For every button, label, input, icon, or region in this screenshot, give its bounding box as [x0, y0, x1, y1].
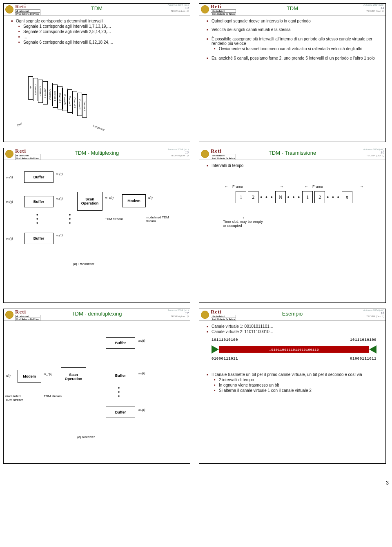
slide-16: Reti di calcolatori Prof. Roberto De Pri…	[199, 148, 386, 303]
bullet-text: 2 intervalli di tempo	[219, 378, 254, 382]
brand-sub2: Prof. Roberto De Prisco	[15, 157, 40, 160]
slide-footer: TEORIA (Lez. 1)	[168, 10, 189, 13]
slide-number: 13	[168, 7, 189, 10]
wire-bits: …0101100111011010100110	[269, 348, 319, 351]
slide-13: Reti di calcolatori Prof. Roberto De Pri…	[3, 3, 190, 142]
slide-meta: Autunno 2004 (ott.) 17 TEORIA (Lez. 1)	[168, 309, 189, 318]
brand-name: Reti	[211, 3, 222, 9]
channel-slot: Channel 5	[33, 78, 38, 101]
bits-tl: 10111010100	[212, 338, 238, 342]
frame-cell: N	[275, 191, 286, 203]
bits-br: 01000111011	[350, 357, 376, 361]
brand-sub2: Prof. Roberto De Prisco	[211, 318, 236, 321]
logo-icon	[5, 150, 13, 158]
box-label: Modem	[127, 199, 140, 203]
dots: • • •	[287, 194, 301, 200]
box-label: Buffer	[33, 175, 45, 179]
caption: (c) Receiver	[77, 435, 95, 439]
sub-bullet: Si alterna il canale virtuale 1 con il c…	[214, 388, 381, 393]
frame-cell: n	[342, 191, 352, 203]
channel-label: etc.	[29, 86, 32, 90]
sub-bullet: Segnale 1 corrisponde agli intervalli 1,…	[18, 24, 186, 29]
slide-15: Reti di calcolatori Prof. Roberto De Pri…	[3, 148, 190, 303]
box-label: Scan Operation	[78, 197, 102, 205]
slide-footer: TEORIA (Lez. 1)	[363, 154, 384, 157]
note-text: Time slot: may be empty or occupied	[223, 220, 263, 228]
slide-17: Reti di calcolatori Prof. Roberto De Pri…	[3, 309, 190, 464]
triangle-right-icon	[369, 345, 376, 354]
frame-cell: 2	[248, 191, 258, 203]
box-label: Buffer	[115, 374, 126, 378]
signal-mn: mₙ(t)	[56, 233, 62, 237]
modulated-stream-label: modulated TDM stream	[5, 394, 27, 402]
signal-mn: mₙ(t)	[138, 408, 145, 412]
signal-mc: m_c(t)	[44, 372, 52, 376]
bullet: Intervalli di tempo	[207, 163, 381, 168]
brand: Reti di calcolatori Prof. Roberto De Pri…	[15, 3, 40, 16]
rx-diagram: s(t) Modem m_c(t) Scan Operation Buffer …	[4, 321, 190, 460]
slide-number: 17	[168, 312, 189, 316]
modem-box: Modem	[18, 370, 41, 383]
slide-title: TDM	[91, 5, 102, 11]
bullet-text: Es. anziché 6 canali, possiamo farne 2, …	[212, 56, 375, 60]
slide-header: Reti di calcolatori Prof. Roberto De Pri…	[199, 4, 385, 16]
sub-bullet: 2 intervalli di tempo	[214, 378, 381, 382]
bullet: Canale virtuale 2: 11011100010…	[207, 329, 381, 334]
vdots: •••	[118, 386, 120, 398]
signal-m1: m₁(t)	[56, 172, 62, 176]
logo-icon	[201, 311, 209, 319]
brand: Reti di calcolatori Prof. Roberto De Pri…	[15, 148, 40, 160]
bullet-text: È possibile assegnare più intervalli all…	[212, 37, 372, 46]
vdots: •••	[36, 213, 38, 225]
brand-sub2: Prof. Roberto De Prisco	[15, 12, 40, 16]
bullet-text: Canale virtuale 2: 11011100010…	[212, 329, 274, 334]
sub-bullet: Segnale 6 corrisponde agli intervalli 6,…	[18, 40, 186, 44]
frame-row: 1 2 • • • N • • • 1 2 • • • n	[211, 191, 377, 203]
slide-number: 15	[168, 151, 189, 155]
slide-title: TDM - Multiplexing	[75, 150, 119, 156]
box-label: Scan Operation	[61, 373, 86, 381]
sub-bullet: …	[18, 35, 186, 39]
triangle-left-icon	[212, 345, 219, 354]
bullet-text: Segnale 6 corrisponde agli intervalli 6,…	[23, 40, 114, 44]
slide-title: Esempio	[282, 311, 303, 317]
signal-mc: m_c(t)	[105, 196, 114, 200]
signal-m1: m₁(t)	[6, 176, 13, 179]
bullet-text: Canale virtuale 1: 00101011101…	[212, 324, 274, 329]
bullet-text: Ovviamente si trasmettono meno canali vi…	[219, 47, 362, 51]
channel-slot: Channel 1	[82, 94, 87, 118]
slide-footer: TEORIA (Lez. 1)	[168, 315, 189, 318]
slide-header: Reti di calcolatori Prof. Roberto De Pri…	[4, 4, 190, 16]
modulated-stream-label: modulated TDM stream	[146, 216, 170, 223]
modem-box: Modem	[122, 194, 146, 207]
bullet: Canale virtuale 1: 00101011101…	[207, 324, 381, 329]
tdm-stream-label: TDM stream	[44, 394, 62, 398]
bits-bl: 01000111011	[212, 357, 238, 361]
bullet-text: Ogni segnale corrisponde a determinati i…	[16, 19, 103, 23]
channel-slot: Channel 4	[67, 89, 72, 113]
box-label: Modem	[23, 374, 36, 378]
scan-box: Scan Operation	[77, 192, 102, 211]
frame-label: Frame	[312, 185, 323, 189]
dots: • • •	[327, 194, 340, 200]
signal-s: s(t)	[148, 196, 153, 200]
bullet-text: Il canale trasmette un bit per il primo …	[212, 372, 362, 377]
buffer-box: Buffer	[106, 370, 135, 381]
brand-sub2: Prof. Roberto De Prisco	[15, 318, 40, 321]
slide-meta: Autunno 2004 (ott.) 18 TEORIA (Lez. 1)	[363, 309, 384, 318]
vdots: •••	[69, 213, 71, 225]
scan-box: Scan Operation	[61, 367, 86, 386]
wire-diagram: 10111010100 10111010100 …010110011101101…	[212, 338, 376, 360]
signal-s: s(t)	[6, 374, 11, 378]
buffer-box: Buffer	[24, 233, 53, 244]
slide-footer: TEORIA (Lez. 1)	[363, 10, 384, 13]
slide-title: TDM - demultiplexing	[72, 311, 122, 317]
bullet: Velocità dei singoli canali virtuali è l…	[207, 27, 381, 32]
bullet-text: Intervalli di tempo	[212, 163, 243, 168]
signal-m2: m₂(t)	[6, 200, 13, 204]
wire: …0101100111011010100110	[219, 346, 369, 353]
logo-icon	[5, 311, 13, 319]
bullet: È possibile assegnare più intervalli all…	[207, 37, 381, 51]
channel-slot: Channel 1	[53, 84, 58, 108]
channel-slot: etc.	[28, 76, 33, 100]
